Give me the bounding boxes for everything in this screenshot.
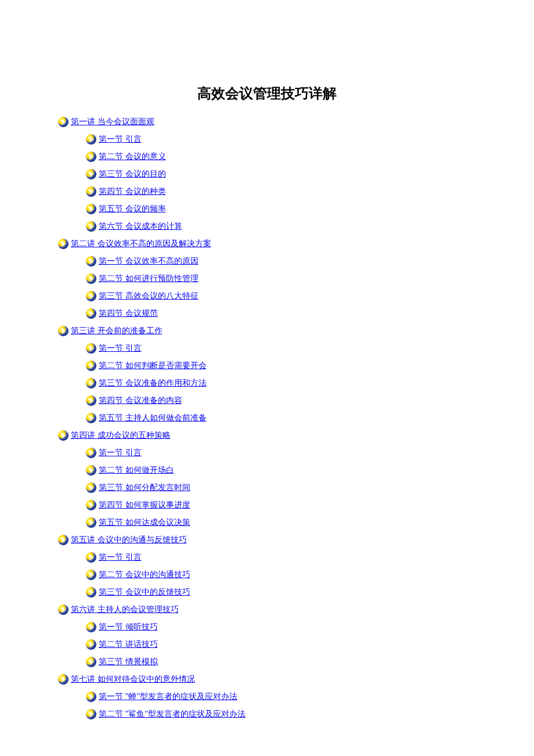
toc-item: 第三节 如何分配发言时间 — [86, 479, 476, 496]
play-bullet-icon — [58, 117, 68, 127]
toc-link[interactable]: 第一节 "蝉"型发言者的症状及应对办法 — [99, 688, 237, 705]
table-of-contents: 第一讲 当今会议面面观第一节 引言第二节 会议的意义第三节 会议的目的第四节 会… — [58, 113, 476, 723]
toc-item: 第七讲 如何对待会议中的意外情况 — [58, 671, 476, 688]
play-bullet-icon — [58, 674, 68, 685]
toc-link[interactable]: 第一节 引言 — [99, 131, 142, 148]
play-bullet-icon — [86, 343, 96, 354]
play-bullet-icon — [86, 483, 96, 493]
toc-link[interactable]: 第三讲 开会前的准备工作 — [71, 322, 163, 340]
toc-item: 第二节 如何做开场白 — [86, 462, 476, 479]
play-bullet-icon — [58, 535, 68, 545]
toc-item: 第一节 引言 — [86, 444, 476, 462]
toc-item: 第四节 会议规范 — [86, 305, 476, 322]
toc-link[interactable]: 第四节 会议的种类 — [99, 183, 166, 200]
toc-link[interactable]: 第五节 如何达成会议决策 — [99, 514, 190, 531]
toc-link[interactable]: 第三节 情景模拟 — [99, 653, 158, 671]
toc-link[interactable]: 第六讲 主持人的会议管理技巧 — [71, 601, 179, 618]
play-bullet-icon — [86, 465, 96, 476]
play-bullet-icon — [86, 413, 96, 423]
toc-link[interactable]: 第一节 引言 — [99, 340, 142, 357]
toc-item: 第四节 会议准备的内容 — [86, 392, 476, 409]
toc-link[interactable]: 第二节 "鲨鱼"型发言者的症状及应对办法 — [99, 705, 246, 723]
toc-link[interactable]: 第三节 会议准备的作用和方法 — [99, 375, 207, 392]
toc-item: 第五讲 会议中的沟通与反馈技巧 — [58, 531, 476, 549]
toc-link[interactable]: 第一讲 当今会议面面观 — [71, 113, 154, 131]
play-bullet-icon — [86, 256, 96, 267]
play-bullet-icon — [58, 239, 68, 249]
toc-item: 第三节 会议中的反馈技巧 — [86, 584, 476, 601]
toc-item: 第一节 会议效率不高的原因 — [86, 253, 476, 270]
play-bullet-icon — [58, 430, 68, 441]
play-bullet-icon — [86, 500, 96, 510]
toc-item: 第六讲 主持人的会议管理技巧 — [58, 601, 476, 618]
toc-item: 第二节 "鲨鱼"型发言者的症状及应对办法 — [86, 705, 476, 723]
toc-link[interactable]: 第三节 会议中的反馈技巧 — [99, 584, 190, 601]
play-bullet-icon — [86, 552, 96, 563]
toc-link[interactable]: 第三节 会议的目的 — [99, 165, 166, 183]
play-bullet-icon — [86, 204, 96, 214]
toc-link[interactable]: 第一节 倾听技巧 — [99, 618, 158, 636]
toc-item: 第一节 引言 — [86, 549, 476, 566]
play-bullet-icon — [86, 152, 96, 162]
toc-link[interactable]: 第一节 引言 — [99, 549, 142, 566]
play-bullet-icon — [86, 134, 96, 145]
toc-link[interactable]: 第四讲 成功会议的五种策略 — [71, 427, 171, 444]
toc-item: 第五节 主持人如何做会前准备 — [86, 409, 476, 427]
play-bullet-icon — [86, 361, 96, 371]
play-bullet-icon — [86, 169, 96, 179]
toc-item: 第二节 如何判断是否需要开会 — [86, 357, 476, 375]
toc-link[interactable]: 第五节 主持人如何做会前准备 — [99, 409, 207, 427]
toc-link[interactable]: 第一节 引言 — [99, 444, 142, 462]
page-title: 高效会议管理技巧详解 — [58, 84, 476, 103]
toc-item: 第一讲 当今会议面面观 — [58, 113, 476, 131]
toc-link[interactable]: 第七讲 如何对待会议中的意外情况 — [71, 671, 195, 688]
play-bullet-icon — [86, 587, 96, 597]
toc-link[interactable]: 第二讲 会议效率不高的原因及解决方案 — [71, 235, 211, 253]
play-bullet-icon — [86, 639, 96, 650]
toc-link[interactable]: 第二节 如何做开场白 — [99, 462, 174, 479]
play-bullet-icon — [58, 604, 68, 615]
play-bullet-icon — [86, 186, 96, 197]
play-bullet-icon — [86, 657, 96, 667]
play-bullet-icon — [86, 448, 96, 458]
play-bullet-icon — [86, 622, 96, 632]
play-bullet-icon — [86, 221, 96, 232]
toc-item: 第五节 如何达成会议决策 — [86, 514, 476, 531]
toc-item: 第四讲 成功会议的五种策略 — [58, 427, 476, 444]
toc-link[interactable]: 第四节 会议规范 — [99, 305, 158, 322]
toc-link[interactable]: 第三节 高效会议的八大特征 — [99, 287, 199, 305]
toc-item: 第一节 引言 — [86, 131, 476, 148]
toc-link[interactable]: 第四节 会议准备的内容 — [99, 392, 182, 409]
toc-item: 第一节 "蝉"型发言者的症状及应对办法 — [86, 688, 476, 705]
play-bullet-icon — [86, 692, 96, 702]
toc-link[interactable]: 第五讲 会议中的沟通与反馈技巧 — [71, 531, 187, 549]
toc-link[interactable]: 第五节 会议的频率 — [99, 200, 166, 218]
toc-link[interactable]: 第四节 如何掌握议事进度 — [99, 496, 190, 514]
toc-item: 第一节 倾听技巧 — [86, 618, 476, 636]
toc-item: 第一节 引言 — [86, 340, 476, 357]
toc-item: 第四节 会议的种类 — [86, 183, 476, 200]
toc-link[interactable]: 第二节 会议的意义 — [99, 148, 166, 165]
toc-link[interactable]: 第二节 会议中的沟通技巧 — [99, 566, 190, 584]
play-bullet-icon — [86, 308, 96, 319]
toc-link[interactable]: 第二节 如何判断是否需要开会 — [99, 357, 207, 375]
play-bullet-icon — [86, 395, 96, 406]
toc-item: 第二节 讲话技巧 — [86, 636, 476, 653]
play-bullet-icon — [86, 709, 96, 719]
play-bullet-icon — [86, 291, 96, 301]
play-bullet-icon — [86, 517, 96, 528]
toc-item: 第四节 如何掌握议事进度 — [86, 496, 476, 514]
toc-item: 第六节 会议成本的计算 — [86, 218, 476, 235]
play-bullet-icon — [86, 570, 96, 580]
toc-link[interactable]: 第三节 如何分配发言时间 — [99, 479, 190, 496]
toc-item: 第三节 会议的目的 — [86, 165, 476, 183]
toc-link[interactable]: 第二节 讲话技巧 — [99, 636, 158, 653]
toc-link[interactable]: 第二节 如何进行预防性管理 — [99, 270, 199, 287]
toc-link[interactable]: 第六节 会议成本的计算 — [99, 218, 182, 235]
play-bullet-icon — [86, 378, 96, 388]
toc-item: 第三节 情景模拟 — [86, 653, 476, 671]
toc-item: 第二节 会议中的沟通技巧 — [86, 566, 476, 584]
toc-link[interactable]: 第一节 会议效率不高的原因 — [99, 253, 199, 270]
toc-item: 第二节 会议的意义 — [86, 148, 476, 165]
toc-item: 第三节 会议准备的作用和方法 — [86, 375, 476, 392]
